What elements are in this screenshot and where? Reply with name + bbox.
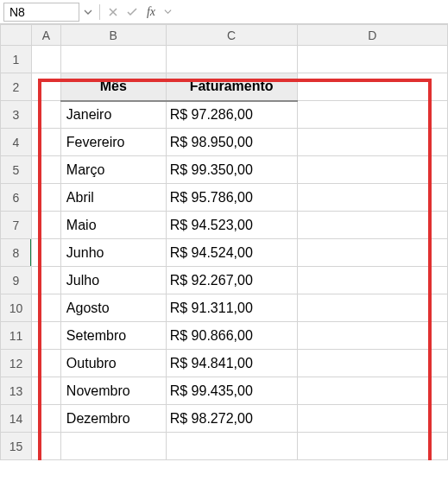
row-header[interactable]: 10	[1, 294, 32, 322]
row-header[interactable]: 9	[1, 267, 32, 294]
table-header-mes[interactable]: Mês	[60, 73, 166, 101]
row-header[interactable]: 1	[1, 46, 32, 73]
cell[interactable]	[166, 46, 297, 73]
cell-mes[interactable]: Julho	[60, 267, 166, 294]
row-header[interactable]: 5	[1, 156, 32, 184]
row-header[interactable]: 11	[1, 322, 32, 350]
row-header[interactable]: 7	[1, 212, 32, 239]
cell[interactable]	[31, 433, 60, 460]
column-header[interactable]: C	[166, 25, 297, 46]
cell[interactable]	[297, 46, 447, 73]
cell-faturamento[interactable]: R$ 94.524,00	[166, 239, 297, 267]
cell[interactable]	[297, 101, 447, 129]
column-header[interactable]: D	[297, 25, 447, 46]
cell-faturamento[interactable]: R$ 98.950,00	[166, 129, 297, 156]
cell[interactable]	[297, 322, 447, 350]
table-row: 4FevereiroR$ 98.950,00	[1, 129, 448, 156]
cell[interactable]	[31, 405, 60, 433]
table-header-faturamento[interactable]: Faturamento	[166, 73, 297, 101]
cell-mes[interactable]: Fevereiro	[60, 129, 166, 156]
row-header[interactable]: 4	[1, 129, 32, 156]
name-box[interactable]	[3, 3, 79, 22]
select-all-corner[interactable]	[1, 25, 32, 46]
table-row: 12OutubroR$ 94.841,00	[1, 350, 448, 377]
cell-mes[interactable]: Junho	[60, 239, 166, 267]
table-row: 7MaioR$ 94.523,00	[1, 212, 448, 239]
column-header[interactable]: A	[31, 25, 60, 46]
cell[interactable]	[297, 405, 447, 433]
cell-mes[interactable]: Novembro	[60, 377, 166, 405]
cell[interactable]	[297, 377, 447, 405]
row-header[interactable]: 8	[1, 239, 32, 267]
cell-faturamento[interactable]: R$ 91.311,00	[166, 294, 297, 322]
cell-mes[interactable]: Março	[60, 156, 166, 184]
cell[interactable]	[297, 433, 447, 460]
cell-faturamento[interactable]: R$ 90.866,00	[166, 322, 297, 350]
cancel-icon[interactable]	[104, 3, 122, 22]
cell[interactable]	[60, 46, 166, 73]
cell[interactable]	[60, 433, 166, 460]
cell[interactable]	[31, 377, 60, 405]
cell-mes[interactable]: Outubro	[60, 350, 166, 377]
table-row: 1	[1, 46, 448, 73]
cell[interactable]	[297, 184, 447, 212]
cell-faturamento[interactable]: R$ 98.272,00	[166, 405, 297, 433]
cell-mes[interactable]: Janeiro	[60, 101, 166, 129]
cell-mes[interactable]: Maio	[60, 212, 166, 239]
cell-mes[interactable]: Dezembro	[60, 405, 166, 433]
cell-mes[interactable]: Agosto	[60, 294, 166, 322]
cell-faturamento[interactable]: R$ 94.841,00	[166, 350, 297, 377]
cell[interactable]	[31, 322, 60, 350]
cell[interactable]	[297, 156, 447, 184]
cell[interactable]	[31, 294, 60, 322]
cell[interactable]	[31, 350, 60, 377]
table-row: 11SetembroR$ 90.866,00	[1, 322, 448, 350]
cell[interactable]	[297, 212, 447, 239]
cell-mes[interactable]: Setembro	[60, 322, 166, 350]
row-header[interactable]: 12	[1, 350, 32, 377]
cell[interactable]	[31, 267, 60, 294]
table-row: 10AgostoR$ 91.311,00	[1, 294, 448, 322]
row-header[interactable]: 15	[1, 433, 32, 460]
cell[interactable]	[297, 239, 447, 267]
cell[interactable]	[297, 294, 447, 322]
cell[interactable]	[297, 129, 447, 156]
cell[interactable]	[31, 239, 60, 267]
cell[interactable]	[31, 156, 60, 184]
cell[interactable]	[31, 73, 60, 101]
cell-mes[interactable]: Abril	[60, 184, 166, 212]
formula-input[interactable]	[175, 3, 445, 22]
table-row: 6AbrilR$ 95.786,00	[1, 184, 448, 212]
row-header[interactable]: 6	[1, 184, 32, 212]
table-row: 2MêsFaturamento	[1, 73, 448, 101]
row-header[interactable]: 13	[1, 377, 32, 405]
cell[interactable]	[31, 101, 60, 129]
cell[interactable]	[166, 433, 297, 460]
cell[interactable]	[31, 46, 60, 73]
cell-faturamento[interactable]: R$ 99.350,00	[166, 156, 297, 184]
column-header[interactable]: B	[60, 25, 166, 46]
cell-faturamento[interactable]: R$ 99.435,00	[166, 377, 297, 405]
divider	[99, 4, 100, 20]
fx-dropdown-icon[interactable]	[161, 3, 174, 22]
cell[interactable]	[297, 267, 447, 294]
cell[interactable]	[297, 73, 447, 101]
cell[interactable]	[31, 184, 60, 212]
cell[interactable]	[297, 350, 447, 377]
cell-faturamento[interactable]: R$ 97.286,00	[166, 101, 297, 129]
row-header[interactable]: 2	[1, 73, 32, 101]
cell-faturamento[interactable]: R$ 94.523,00	[166, 212, 297, 239]
column-header-row: A B C D	[1, 25, 448, 46]
name-box-dropdown-icon[interactable]	[81, 3, 95, 22]
cell[interactable]	[31, 212, 60, 239]
insert-function-button[interactable]: fx	[142, 3, 160, 22]
row-header[interactable]: 14	[1, 405, 32, 433]
table-row: 3JaneiroR$ 97.286,00	[1, 101, 448, 129]
cell-faturamento[interactable]: R$ 95.786,00	[166, 184, 297, 212]
cell-faturamento[interactable]: R$ 92.267,00	[166, 267, 297, 294]
row-header[interactable]: 3	[1, 101, 32, 129]
cell[interactable]	[31, 129, 60, 156]
spreadsheet-grid[interactable]: A B C D 12MêsFaturamento3JaneiroR$ 97.28…	[0, 24, 448, 460]
table-row: 9JulhoR$ 92.267,00	[1, 267, 448, 294]
enter-icon[interactable]	[123, 3, 141, 22]
